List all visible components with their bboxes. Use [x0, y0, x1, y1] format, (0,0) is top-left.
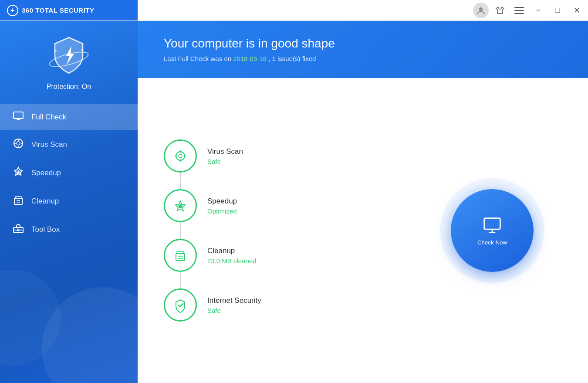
virus-scan-status-text: Virus Scan Safe: [207, 147, 243, 165]
check-now-area: Check Now: [422, 178, 562, 283]
svg-point-5: [55, 50, 57, 51]
sidebar-item-cleanup[interactable]: Cleanup: [0, 187, 138, 215]
menu-icon[interactable]: [511, 3, 527, 18]
sidebar-item-speedup[interactable]: Speedup: [0, 159, 138, 187]
internet-security-value: Safe: [207, 307, 261, 314]
header-banner: Your computer is in good shape Last Full…: [138, 21, 588, 78]
speedup-label: Speedup: [207, 197, 237, 206]
internet-security-label: Internet Security: [207, 296, 261, 305]
virus-scan-icon: [12, 138, 24, 151]
check-now-button[interactable]: Check Now: [451, 189, 534, 272]
virus-scan-value: Safe: [207, 158, 243, 165]
cleanup-label: Cleanup: [207, 247, 257, 255]
svg-rect-2: [514, 10, 524, 11]
svg-rect-8: [14, 112, 23, 119]
maximize-button[interactable]: □: [550, 3, 565, 18]
svg-rect-20: [15, 197, 21, 198]
header-subtitle: Last Full Check was on 2018-05-16 , 1 is…: [164, 55, 562, 62]
shirt-icon[interactable]: [492, 3, 508, 18]
close-button[interactable]: ✕: [569, 3, 585, 18]
cleanup-status-text: Cleanup 23.0 MB cleaned: [207, 247, 257, 264]
shield-icon: [47, 34, 91, 78]
virus-scan-circle-icon: [172, 148, 189, 164]
svg-point-0: [479, 7, 483, 11]
subtitle-prefix: Last Full Check was on: [164, 55, 233, 62]
sidebar-logo-area: Protection: On: [47, 34, 91, 91]
sidebar-item-cleanup-label: Cleanup: [31, 197, 59, 206]
speedup-status-text: Speedup Optimized: [207, 197, 237, 215]
svg-rect-32: [176, 254, 185, 261]
cleanup-value: 23.0 MB cleaned: [207, 257, 257, 264]
virus-scan-status-circle: [164, 139, 197, 173]
speedup-status-circle: [164, 189, 197, 222]
sidebar-item-toolbox[interactable]: Tool Box: [0, 215, 138, 244]
cleanup-status-circle: [164, 239, 197, 272]
status-item-cleanup: Cleanup 23.0 MB cleaned: [164, 239, 396, 272]
virus-scan-label: Virus Scan: [207, 147, 243, 156]
svg-rect-3: [514, 13, 524, 14]
svg-point-7: [79, 64, 81, 65]
status-item-virus-scan: Virus Scan Safe: [164, 139, 396, 173]
status-list: Virus Scan Safe Speedup: [164, 139, 396, 322]
content-area: Your computer is in good shape Last Full…: [138, 21, 588, 383]
header-title: Your computer is in good shape: [164, 37, 562, 51]
sidebar-item-virus-scan[interactable]: Virus Scan: [0, 130, 138, 159]
minimize-button[interactable]: −: [531, 3, 546, 18]
full-check-icon: [12, 112, 24, 122]
sidebar: Protection: On Full Check: [0, 21, 138, 383]
speedup-value: Optimized: [207, 207, 237, 215]
internet-security-status-circle: [164, 288, 197, 322]
status-area: Virus Scan Safe Speedup: [138, 78, 588, 383]
monitor-icon: [483, 216, 502, 235]
user-avatar-icon[interactable]: [473, 3, 489, 18]
titlebar-brand: + 360 TOTAL SECURITY: [0, 0, 138, 20]
svg-point-27: [179, 154, 182, 158]
svg-rect-33: [177, 251, 184, 254]
titlebar: + 360 TOTAL SECURITY − □: [0, 0, 588, 21]
sidebar-item-full-check[interactable]: Full Check: [0, 104, 138, 130]
protection-status: Protection: On: [47, 83, 91, 91]
cleanup-icon: [12, 195, 24, 207]
status-item-internet-security: Internet Security Safe: [164, 288, 396, 322]
speedup-circle-icon: [172, 197, 189, 214]
toolbox-icon: [12, 223, 24, 236]
logo-circle-icon: +: [7, 5, 18, 16]
internet-security-circle-icon: [172, 297, 189, 313]
sidebar-item-virus-scan-label: Virus Scan: [31, 140, 67, 149]
check-now-label: Check Now: [477, 239, 507, 246]
titlebar-controls: − □ ✕: [473, 0, 588, 20]
svg-point-12: [17, 142, 20, 145]
svg-rect-19: [14, 198, 22, 204]
main-layout: Protection: On Full Check: [0, 21, 588, 383]
sidebar-nav: Full Check Virus Scan: [0, 104, 138, 244]
cleanup-circle-icon: [172, 247, 189, 264]
internet-security-status-text: Internet Security Safe: [207, 296, 261, 314]
svg-marker-18: [16, 170, 20, 174]
svg-point-6: [81, 49, 83, 51]
sidebar-item-full-check-label: Full Check: [31, 113, 66, 122]
svg-rect-36: [484, 218, 500, 229]
check-now-outer-ring: Check Now: [440, 178, 544, 283]
app-logo: + 360 TOTAL SECURITY: [7, 5, 95, 16]
speedup-icon: [12, 166, 24, 179]
svg-rect-1: [514, 7, 524, 8]
app-title: 360 TOTAL SECURITY: [22, 7, 95, 14]
sidebar-item-toolbox-label: Tool Box: [31, 225, 60, 234]
status-item-speedup: Speedup Optimized: [164, 189, 396, 222]
subtitle-suffix: , 1 issue(s) fixed: [267, 55, 316, 62]
last-check-date: 2018-05-16: [233, 55, 267, 62]
sidebar-item-speedup-label: Speedup: [31, 169, 61, 177]
svg-point-26: [176, 152, 185, 160]
